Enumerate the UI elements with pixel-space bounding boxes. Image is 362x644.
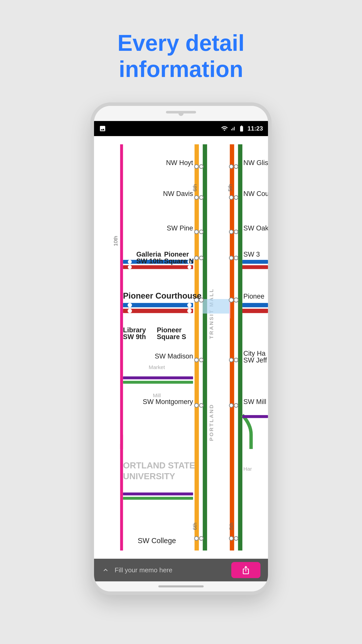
svg-rect-78 xyxy=(123,376,193,379)
svg-point-54 xyxy=(187,309,192,313)
transit-map-content[interactable]: 10th 6th 5th 6th 5th TRANSIT MALL PORTLA… xyxy=(94,136,268,559)
svg-text:SW 9th: SW 9th xyxy=(123,333,146,341)
svg-point-27 xyxy=(229,230,233,234)
svg-text:10th: 10th xyxy=(113,236,118,246)
svg-point-50 xyxy=(128,303,132,307)
svg-point-81 xyxy=(195,404,198,407)
svg-rect-34 xyxy=(123,265,193,269)
svg-text:Pioneer Courthouse: Pioneer Courthouse xyxy=(123,291,201,300)
status-left xyxy=(99,125,106,132)
svg-text:NW Davis: NW Davis xyxy=(163,190,193,197)
svg-rect-92 xyxy=(123,493,193,496)
signal-icon xyxy=(230,125,236,132)
memo-bar[interactable]: Fill your memo here xyxy=(94,559,268,581)
phone-top-bar xyxy=(94,106,268,121)
image-icon xyxy=(99,125,106,132)
svg-text:Mill: Mill xyxy=(153,392,161,398)
svg-point-19 xyxy=(195,195,198,199)
phone-bottom-bar xyxy=(94,581,268,591)
svg-text:Pioneer: Pioneer xyxy=(164,251,189,258)
wifi-icon xyxy=(221,125,228,132)
svg-point-63 xyxy=(234,298,238,302)
svg-text:Market: Market xyxy=(149,365,165,370)
svg-rect-93 xyxy=(123,497,193,500)
memo-left: Fill your memo here xyxy=(102,566,172,574)
svg-text:Square S: Square S xyxy=(157,333,186,341)
svg-text:NW Glis: NW Glis xyxy=(243,159,268,167)
svg-point-96 xyxy=(199,537,203,540)
svg-point-35 xyxy=(128,265,132,269)
svg-text:PORTLAND: PORTLAND xyxy=(208,404,214,441)
status-bar: 11:23 xyxy=(94,121,268,136)
svg-text:City Ha: City Ha xyxy=(243,350,265,357)
svg-point-97 xyxy=(229,537,233,540)
svg-rect-1 xyxy=(120,144,123,551)
svg-text:Galleria: Galleria xyxy=(136,251,161,258)
svg-rect-87 xyxy=(242,415,268,418)
svg-text:Pionee: Pionee xyxy=(243,293,264,300)
svg-text:SW 10th: SW 10th xyxy=(136,257,163,265)
headline-line2: information xyxy=(119,57,243,82)
transit-map-svg: 10th 6th 5th 6th 5th TRANSIT MALL PORTLA… xyxy=(94,136,268,559)
svg-point-95 xyxy=(195,537,198,540)
svg-text:5th: 5th xyxy=(227,184,233,191)
svg-text:Har: Har xyxy=(243,466,252,472)
svg-point-26 xyxy=(199,230,203,234)
svg-point-71 xyxy=(199,358,203,362)
svg-text:SW Oak: SW Oak xyxy=(243,224,268,232)
svg-point-16 xyxy=(234,165,238,168)
svg-point-43 xyxy=(234,256,238,260)
svg-point-83 xyxy=(229,404,233,407)
svg-rect-4 xyxy=(230,144,234,551)
svg-point-32 xyxy=(128,260,132,264)
svg-rect-2 xyxy=(195,144,199,551)
svg-point-82 xyxy=(199,404,203,407)
svg-text:5th: 5th xyxy=(228,523,234,530)
svg-rect-79 xyxy=(123,381,193,384)
svg-point-20 xyxy=(199,195,203,199)
svg-point-41 xyxy=(199,256,203,260)
share-icon xyxy=(241,566,250,575)
svg-rect-55 xyxy=(242,303,268,307)
status-right: 11:23 xyxy=(221,125,263,132)
svg-point-22 xyxy=(234,195,238,199)
memo-placeholder[interactable]: Fill your memo here xyxy=(115,566,172,574)
home-indicator xyxy=(158,585,204,587)
svg-text:SW Montgomery: SW Montgomery xyxy=(143,398,193,406)
svg-text:SW Pine: SW Pine xyxy=(167,224,193,232)
time-display: 11:23 xyxy=(248,125,263,132)
svg-point-51 xyxy=(187,303,192,307)
svg-text:Square N: Square N xyxy=(164,257,194,265)
svg-point-40 xyxy=(195,256,198,260)
svg-text:ORTLAND STATE: ORTLAND STATE xyxy=(123,461,195,470)
headline: Every detail information xyxy=(117,30,244,82)
svg-text:SW Madison: SW Madison xyxy=(155,352,193,360)
svg-text:Pioneer: Pioneer xyxy=(157,326,182,334)
svg-point-84 xyxy=(234,404,238,407)
svg-rect-3 xyxy=(203,144,207,551)
svg-text:SW Jeff: SW Jeff xyxy=(243,356,267,364)
svg-text:6th: 6th xyxy=(192,523,198,530)
share-button[interactable] xyxy=(231,562,260,578)
svg-point-14 xyxy=(199,165,203,168)
svg-point-98 xyxy=(234,537,238,540)
battery-icon xyxy=(238,125,246,132)
svg-text:SW Mill: SW Mill xyxy=(243,398,266,406)
svg-point-70 xyxy=(195,358,198,362)
svg-point-21 xyxy=(229,195,233,199)
svg-text:NW Hoyt: NW Hoyt xyxy=(166,159,193,167)
svg-text:NW Cou: NW Cou xyxy=(243,190,268,197)
svg-point-25 xyxy=(195,230,198,234)
phone-mockup: 11:23 10th 6th 5th 6 xyxy=(90,102,272,595)
svg-point-13 xyxy=(195,165,198,168)
svg-rect-52 xyxy=(123,309,193,313)
svg-text:UNIVERSITY: UNIVERSITY xyxy=(123,471,175,481)
svg-rect-37 xyxy=(242,260,268,264)
svg-point-62 xyxy=(229,298,233,302)
headline-line1: Every detail xyxy=(117,30,244,56)
chevron-up-icon[interactable] xyxy=(102,566,110,574)
svg-point-15 xyxy=(229,165,233,168)
svg-point-42 xyxy=(229,256,233,260)
svg-point-28 xyxy=(234,230,238,234)
svg-point-72 xyxy=(229,358,233,362)
